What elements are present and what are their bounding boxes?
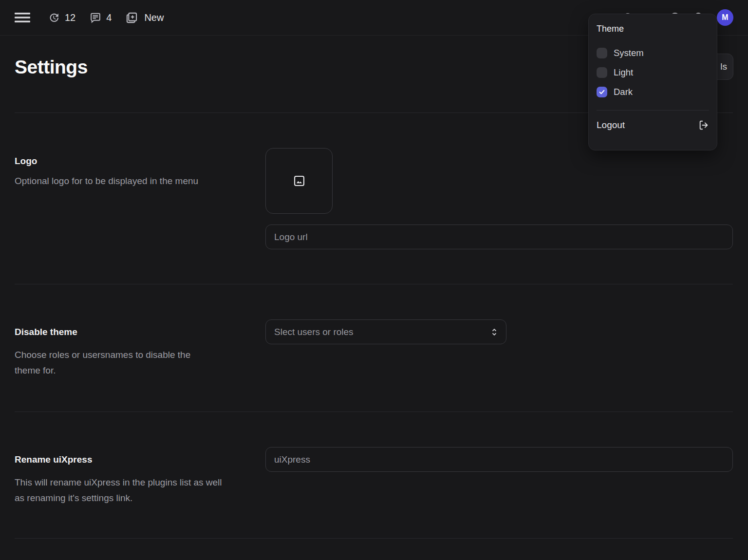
hamburger-menu-icon[interactable] — [15, 12, 30, 23]
settings-row-rename: Rename uiXpress This will rename uiXpres… — [15, 412, 733, 538]
logo-row-controls — [265, 148, 733, 249]
chevron-up-down-icon — [489, 327, 499, 337]
settings-row-disable-theme: Disable theme Choose roles or usersnames… — [15, 284, 733, 411]
new-item[interactable]: New — [125, 11, 164, 24]
update-clock-icon — [48, 12, 60, 24]
section-divider — [15, 538, 733, 539]
avatar[interactable]: M — [717, 9, 733, 26]
rename-input[interactable] — [265, 447, 733, 472]
logout-button[interactable]: Logout — [597, 120, 709, 131]
new-label: New — [144, 12, 164, 23]
logout-icon — [698, 120, 709, 131]
rename-description: This will rename uiXpress in the plugins… — [15, 475, 229, 506]
light-checkbox[interactable] — [597, 67, 607, 78]
image-icon — [293, 174, 306, 187]
panel-divider — [597, 110, 709, 111]
disable-theme-row-text: Disable theme Choose roles or usersnames… — [15, 319, 265, 378]
logo-description: Optional logo for to be displayed in the… — [15, 173, 214, 189]
theme-option-light[interactable]: Light — [597, 67, 709, 78]
disable-theme-label: Disable theme — [15, 326, 265, 338]
disable-theme-row-controls: Slect users or roles — [265, 319, 733, 378]
rename-label: Rename uiXpress — [15, 453, 265, 466]
system-checkbox[interactable] — [597, 48, 607, 58]
logo-row-text: Logo Optional logo for to be displayed i… — [15, 148, 265, 249]
logo-url-input[interactable] — [265, 224, 733, 249]
theme-option-label: Light — [614, 67, 633, 78]
users-roles-select[interactable]: Slect users or roles — [265, 319, 506, 344]
rename-row-text: Rename uiXpress This will rename uiXpres… — [15, 447, 265, 506]
theme-option-dark[interactable]: Dark — [597, 87, 709, 97]
logout-label: Logout — [597, 120, 625, 131]
updates-item[interactable]: 12 — [48, 12, 75, 24]
updates-count: 12 — [65, 12, 75, 23]
comments-item[interactable]: 4 — [89, 12, 112, 24]
theme-option-label: System — [614, 48, 644, 58]
disable-theme-description: Choose roles or usersnames to disable th… — [15, 347, 214, 378]
logo-upload-box[interactable] — [265, 148, 333, 214]
comment-icon — [89, 12, 101, 24]
theme-option-label: Dark — [614, 87, 633, 97]
theme-panel-title: Theme — [597, 24, 709, 34]
rename-row-controls — [265, 447, 733, 506]
select-placeholder: Slect users or roles — [274, 327, 489, 337]
new-page-icon — [125, 11, 138, 24]
theme-option-system[interactable]: System — [597, 48, 709, 58]
theme-dropdown-panel: Theme System Light Dark Logout — [588, 14, 717, 150]
dark-checkbox[interactable] — [597, 87, 607, 97]
theme-options: System Light Dark — [597, 48, 709, 97]
comments-count: 4 — [106, 12, 112, 23]
logo-label: Logo — [15, 155, 265, 168]
